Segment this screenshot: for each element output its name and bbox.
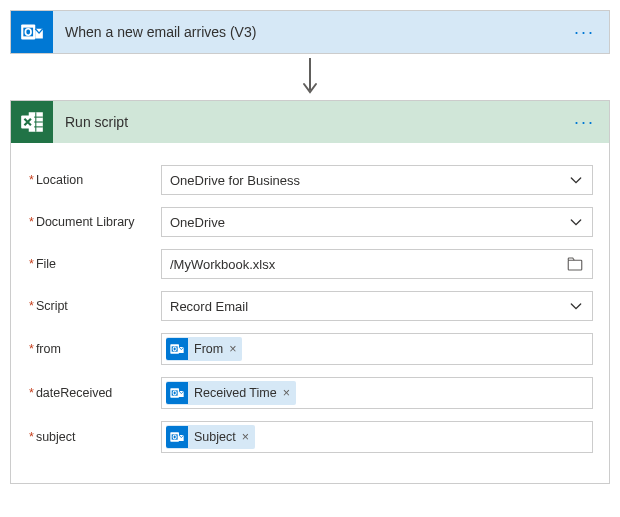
action-more-icon[interactable]: ··· <box>560 113 609 131</box>
row-from: *from From × <box>27 333 593 365</box>
label-date-received: *dateReceived <box>27 386 161 400</box>
select-script[interactable]: Record Email <box>161 291 593 321</box>
token-label: Subject <box>194 430 236 444</box>
token-received-time[interactable]: Received Time × <box>166 381 296 405</box>
label-from: *from <box>27 342 161 356</box>
outlook-icon <box>166 338 188 360</box>
label-document-library: *Document Library <box>27 215 161 229</box>
trigger-title: When a new email arrives (V3) <box>53 24 560 40</box>
folder-icon[interactable] <box>566 255 584 273</box>
label-location: *Location <box>27 173 161 187</box>
row-document-library: *Document Library OneDrive <box>27 207 593 237</box>
token-remove-icon[interactable]: × <box>242 430 249 444</box>
select-location[interactable]: OneDrive for Business <box>161 165 593 195</box>
token-remove-icon[interactable]: × <box>229 342 236 356</box>
label-file: *File <box>27 257 161 271</box>
token-from[interactable]: From × <box>166 337 242 361</box>
trigger-more-icon[interactable]: ··· <box>560 23 609 41</box>
label-subject: *subject <box>27 430 161 444</box>
row-location: *Location OneDrive for Business <box>27 165 593 195</box>
token-label: From <box>194 342 223 356</box>
action-body: *Location OneDrive for Business *Documen… <box>11 143 609 483</box>
action-header[interactable]: Run script ··· <box>11 101 609 143</box>
trigger-header[interactable]: When a new email arrives (V3) ··· <box>11 11 609 53</box>
row-file: *File /MyWorkbook.xlsx <box>27 249 593 279</box>
chevron-down-icon <box>568 298 584 314</box>
action-title: Run script <box>53 114 560 130</box>
chevron-down-icon <box>568 214 584 230</box>
token-remove-icon[interactable]: × <box>283 386 290 400</box>
outlook-icon <box>166 382 188 404</box>
outlook-icon <box>166 426 188 448</box>
input-date-received[interactable]: Received Time × <box>161 377 593 409</box>
label-script: *Script <box>27 299 161 313</box>
input-subject[interactable]: Subject × <box>161 421 593 453</box>
trigger-card: When a new email arrives (V3) ··· <box>10 10 610 54</box>
row-subject: *subject Subject × <box>27 421 593 453</box>
outlook-icon <box>11 11 53 53</box>
token-label: Received Time <box>194 386 277 400</box>
flow-arrow-icon <box>10 54 610 100</box>
row-script: *Script Record Email <box>27 291 593 321</box>
action-card: Run script ··· *Location OneDrive for Bu… <box>10 100 610 484</box>
select-document-library[interactable]: OneDrive <box>161 207 593 237</box>
input-file[interactable]: /MyWorkbook.xlsx <box>161 249 593 279</box>
input-from[interactable]: From × <box>161 333 593 365</box>
token-subject[interactable]: Subject × <box>166 425 255 449</box>
chevron-down-icon <box>568 172 584 188</box>
excel-icon <box>11 101 53 143</box>
row-date-received: *dateReceived Received Time × <box>27 377 593 409</box>
